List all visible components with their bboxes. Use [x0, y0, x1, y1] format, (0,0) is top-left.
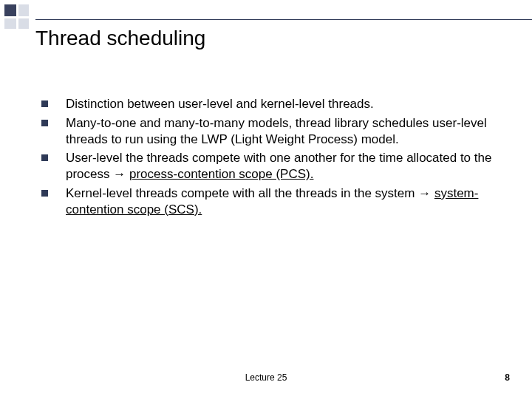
slide-title: Thread scheduling [35, 27, 205, 50]
bullet-icon [41, 154, 48, 161]
list-item-text: Kernel-level threads compete with all th… [66, 185, 502, 218]
list-item-text: Many-to-one and many-to-many models, thr… [66, 115, 502, 148]
list-item: Distinction between user-level and kerne… [41, 96, 502, 112]
deco-square-large [4, 4, 16, 16]
deco-square-small [18, 18, 29, 29]
arrow-icon: → [418, 186, 434, 200]
title-rule [35, 19, 532, 20]
bullet-icon [41, 190, 48, 197]
bullet-icon [41, 120, 48, 126]
corner-decoration [4, 4, 30, 30]
list-item: Kernel-level threads compete with all th… [41, 185, 502, 218]
bullet-icon [41, 100, 48, 107]
list-item-text-underlined: process-contention scope (PCS). [129, 167, 313, 181]
list-item-text: Distinction between user-level and kerne… [66, 96, 502, 112]
list-item: User-level the threads compete with one … [41, 150, 502, 183]
deco-square-small [18, 4, 29, 16]
list-item: Many-to-one and many-to-many models, thr… [41, 115, 502, 148]
footer-page-number: 8 [505, 372, 510, 383]
arrow-icon: → [113, 167, 129, 181]
list-item-text: User-level the threads compete with one … [66, 150, 502, 183]
footer-lecture: Lecture 25 [0, 372, 532, 383]
list-item-text-pre: Kernel-level threads compete with all th… [66, 186, 418, 200]
slide-content: Distinction between user-level and kerne… [41, 96, 502, 220]
deco-square-small [4, 18, 16, 29]
